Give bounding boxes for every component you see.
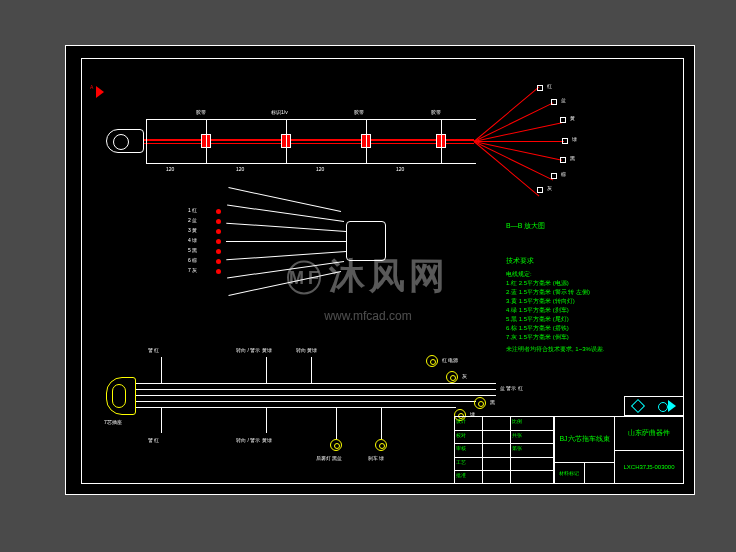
tb-cell bbox=[483, 430, 511, 443]
dim-tick bbox=[441, 119, 442, 163]
pin-dot-icon bbox=[216, 219, 221, 224]
lamp-icon bbox=[426, 355, 438, 367]
notes-header: 电线规定: bbox=[506, 270, 676, 279]
tb-cell: 工艺 bbox=[455, 457, 483, 470]
angle-symbol-icon bbox=[630, 399, 644, 413]
lamp-icon bbox=[474, 397, 486, 409]
tape-label: 胶带 bbox=[431, 109, 441, 115]
stub-label: 警 红 bbox=[148, 437, 159, 443]
material-label: 材料标记 bbox=[555, 463, 585, 483]
schematic-wire bbox=[136, 383, 496, 384]
tb-cell bbox=[483, 417, 511, 430]
pin-label: 6 棕 bbox=[188, 257, 197, 263]
branch-label: 红 bbox=[547, 83, 552, 89]
stub-label: 转向 / 警示 黄绿 bbox=[236, 347, 272, 353]
branch-wire bbox=[474, 141, 564, 142]
notes-title: 技术要求 bbox=[506, 256, 676, 267]
pin-wire bbox=[226, 223, 346, 232]
pin-dot-icon bbox=[216, 209, 221, 214]
tb-cell: 校对 bbox=[455, 430, 483, 443]
title-block-signatures: 设计 比例 校对 共张 审核 第张 工艺 批准 bbox=[455, 417, 555, 483]
branch-label: 绿 bbox=[572, 136, 577, 142]
wire-stub bbox=[266, 407, 267, 433]
top-harness-assembly: 120 120 120 120 胶带 标识1/v 胶带 胶带 红 蓝 黄 bbox=[106, 101, 556, 186]
lamp-icon bbox=[446, 371, 458, 383]
pin-dot-icon bbox=[216, 249, 221, 254]
schematic-wire bbox=[136, 389, 496, 390]
wire-stub bbox=[311, 357, 312, 383]
lamp-icon bbox=[375, 439, 387, 451]
branch-label: 灰 bbox=[547, 185, 552, 191]
dim-value: 120 bbox=[166, 166, 174, 172]
dim-value: 120 bbox=[396, 166, 404, 172]
tb-cell bbox=[483, 470, 511, 483]
connector-detail-view: 1 红 2 蓝 3 黄 4 绿 5 黑 6 棕 7 灰 bbox=[196, 201, 396, 291]
terminal-icon bbox=[537, 187, 543, 193]
technical-notes: 技术要求 电线规定: 1.红 2.5平方毫米 (电源) 2.蓝 1.5平方毫米 … bbox=[506, 256, 676, 354]
branch-wire bbox=[474, 122, 562, 142]
dim-tick bbox=[286, 119, 287, 163]
title-block: 设计 比例 校对 共张 审核 第张 工艺 批准 BJ六芯拖车线束 材料标记 山东… bbox=[454, 416, 684, 484]
detail-scale-label: B—B 放大图 bbox=[506, 221, 545, 231]
material-value bbox=[585, 463, 615, 483]
branch-fanout: 红 蓝 黄 绿 黑 棕 灰 bbox=[474, 109, 594, 189]
pin-wire bbox=[226, 241, 346, 242]
pin-label: 4 绿 bbox=[188, 237, 197, 243]
note-item: 2.蓝 1.5平方毫米 (警示 转 左侧) bbox=[506, 288, 676, 297]
connector-label: 7芯插座 bbox=[104, 419, 122, 425]
schematic-wire bbox=[136, 401, 476, 402]
pin-label: 2 蓝 bbox=[188, 217, 197, 223]
note-item: 1.红 2.5平方毫米 (电源) bbox=[506, 279, 676, 288]
tape-label: 标识1/v bbox=[271, 109, 288, 115]
terminal-icon bbox=[551, 99, 557, 105]
connector-7pin-icon bbox=[106, 377, 136, 415]
title-block-company: 山东萨曲器件 LXCH37J5-003000 bbox=[615, 417, 683, 483]
pin-wire bbox=[226, 251, 346, 260]
pin-label: 7 灰 bbox=[188, 267, 197, 273]
note-item: 6.棕 1.5平方毫米 (搭铁) bbox=[506, 324, 676, 333]
tape-label: 胶带 bbox=[196, 109, 206, 115]
stub-label: 转向 / 警示 黄绿 bbox=[236, 437, 272, 443]
term-label: 黑 bbox=[490, 399, 495, 405]
stub-label: 后雾灯 黑蓝 bbox=[316, 455, 342, 461]
note-item: 4.绿 1.5平方毫米 (刹车) bbox=[506, 306, 676, 315]
drawing-number: LXCH37J5-003000 bbox=[615, 451, 683, 484]
terminal-icon bbox=[560, 157, 566, 163]
terminal-icon bbox=[537, 85, 543, 91]
dim-value: 120 bbox=[316, 166, 324, 172]
terminal-icon bbox=[551, 173, 557, 179]
pin-wire bbox=[227, 261, 344, 278]
note-item: 5.黑 1.5平方毫米 (尾灯) bbox=[506, 315, 676, 324]
dimension-line-top bbox=[146, 119, 476, 120]
title-block-name: BJ六芯拖车线束 材料标记 bbox=[555, 417, 615, 483]
projection-symbol-block bbox=[624, 396, 684, 416]
pin-label: 5 黑 bbox=[188, 247, 197, 253]
wire-stub bbox=[161, 357, 162, 383]
marker-triangle bbox=[96, 86, 104, 98]
trunk-wire bbox=[144, 139, 474, 141]
wire-stub bbox=[381, 407, 382, 439]
trunk-wire-2 bbox=[144, 143, 474, 144]
pin-label: 1 红 bbox=[188, 207, 197, 213]
tb-cell bbox=[483, 457, 511, 470]
terminal-icon bbox=[562, 138, 568, 144]
marker-label: A bbox=[90, 84, 93, 90]
tb-cell: 共张 bbox=[511, 430, 554, 443]
lamp-icon bbox=[330, 439, 342, 451]
stub-label: 警 红 bbox=[148, 347, 159, 353]
tb-cell: 批准 bbox=[455, 470, 483, 483]
terminal-icon bbox=[560, 117, 566, 123]
pin-dot-icon bbox=[216, 269, 221, 274]
tape-label: 胶带 bbox=[354, 109, 364, 115]
connector-icon bbox=[106, 129, 144, 153]
note-item: 3.黄 1.5平方毫米 (转向灯) bbox=[506, 297, 676, 306]
pin-label: 3 黄 bbox=[188, 227, 197, 233]
wire-stub bbox=[161, 407, 162, 433]
company-name: 山东萨曲器件 bbox=[615, 417, 683, 451]
detail-lines bbox=[196, 201, 396, 291]
cad-drawing-frame: A 120 120 120 120 胶带 标识1/v 胶带 胶带 bbox=[65, 45, 695, 495]
tb-cell bbox=[511, 457, 554, 470]
tb-cell: 比例 bbox=[511, 417, 554, 430]
tb-cell: 设计 bbox=[455, 417, 483, 430]
dim-value: 120 bbox=[236, 166, 244, 172]
